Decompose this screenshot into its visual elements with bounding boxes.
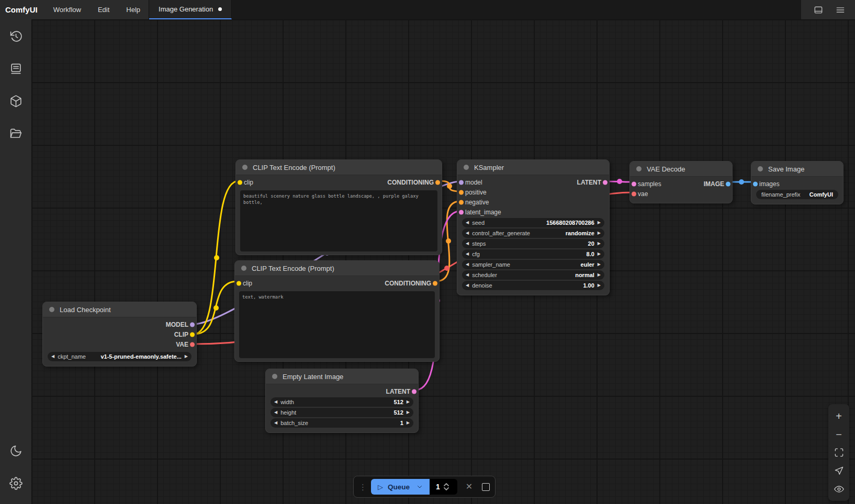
combo-next-icon[interactable]: ▶: [598, 273, 601, 277]
node-header[interactable]: Load Checkpoint: [43, 302, 196, 317]
stop-icon[interactable]: [482, 483, 490, 491]
output-dot-latent[interactable]: [412, 389, 417, 394]
output-dot-latent[interactable]: [603, 180, 608, 185]
app-logo[interactable]: ComfyUI: [0, 0, 45, 19]
node-empty-latent-image[interactable]: Empty Latent Image LATENT ◀ width 512 ▶ …: [265, 369, 419, 433]
combo-next-icon[interactable]: ▶: [598, 262, 601, 267]
node-header[interactable]: VAE Decode: [630, 162, 732, 177]
decrement-icon[interactable]: ◀: [466, 252, 469, 256]
collapse-dot-icon[interactable]: [464, 165, 469, 170]
node-ksampler[interactable]: KSampler model LATENT positive negative …: [457, 159, 610, 295]
collapse-dot-icon[interactable]: [758, 166, 763, 171]
collapse-dot-icon[interactable]: [241, 266, 246, 271]
node-clip-text-encode-positive[interactable]: CLIP Text Encode (Prompt) clip CONDITION…: [235, 159, 442, 255]
combo-prev-icon[interactable]: ◀: [51, 354, 54, 359]
input-dot-images[interactable]: [753, 181, 758, 186]
input-dot-clip[interactable]: [238, 180, 242, 185]
zoom-in-button[interactable]: +: [828, 408, 849, 423]
widget-steps[interactable]: ◀ steps 20 ▶: [462, 239, 604, 248]
bottom-panel-toggle-icon[interactable]: [813, 5, 824, 15]
fit-view-button[interactable]: [828, 445, 849, 460]
queue-log-icon[interactable]: [9, 62, 22, 75]
collapse-dot-icon[interactable]: [242, 165, 248, 170]
decrement-icon[interactable]: ◀: [466, 283, 469, 288]
collapse-dot-icon[interactable]: [636, 166, 642, 171]
history-icon[interactable]: [9, 30, 22, 43]
node-header[interactable]: Empty Latent Image: [266, 369, 418, 384]
output-dot-image[interactable]: [726, 181, 730, 186]
menu-workflow[interactable]: Workflow: [45, 0, 89, 19]
output-dot-conditioning[interactable]: [435, 180, 440, 185]
node-header[interactable]: CLIP Text Encode (Prompt): [235, 261, 439, 276]
widget-width[interactable]: ◀ width 512 ▶: [271, 397, 413, 407]
prompt-text-area[interactable]: beautiful scenery nature glass bottle la…: [240, 190, 437, 251]
collapse-dot-icon[interactable]: [272, 374, 277, 379]
input-dot-clip[interactable]: [237, 281, 241, 285]
spinner-up-icon[interactable]: [444, 483, 449, 486]
increment-icon[interactable]: ▶: [407, 400, 410, 404]
menu-help[interactable]: Help: [118, 0, 149, 19]
decrement-icon[interactable]: ◀: [466, 221, 469, 225]
combo-next-icon[interactable]: ▶: [185, 354, 188, 359]
settings-gear-icon[interactable]: [9, 477, 22, 490]
node-header[interactable]: Save Image: [751, 162, 843, 177]
node-vae-decode[interactable]: VAE Decode samples IMAGE vae: [629, 161, 733, 203]
combo-prev-icon[interactable]: ◀: [466, 231, 469, 235]
decrement-icon[interactable]: ◀: [466, 242, 469, 246]
node-header[interactable]: CLIP Text Encode (Prompt): [236, 160, 442, 175]
increment-icon[interactable]: ▶: [598, 252, 601, 256]
increment-icon[interactable]: ▶: [598, 242, 601, 246]
drag-handle-icon[interactable]: ⋮: [359, 483, 367, 491]
queue-button[interactable]: ▷ Queue: [371, 479, 430, 495]
node-clip-text-encode-negative[interactable]: CLIP Text Encode (Prompt) clip CONDITION…: [234, 260, 440, 362]
increment-icon[interactable]: ▶: [407, 421, 410, 425]
input-dot-model[interactable]: [459, 180, 464, 185]
output-dot-conditioning[interactable]: [433, 281, 437, 285]
widget-batch-size[interactable]: ◀ batch_size 1 ▶: [271, 418, 413, 428]
node-header[interactable]: KSampler: [457, 160, 609, 175]
node-save-image[interactable]: Save Image images filename_prefix ComfyU…: [751, 161, 843, 204]
zoom-out-button[interactable]: −: [828, 427, 849, 442]
hamburger-menu-icon[interactable]: [835, 5, 846, 15]
output-dot-model[interactable]: [190, 322, 195, 327]
chevron-down-icon[interactable]: [417, 484, 423, 490]
widget-scheduler[interactable]: ◀ scheduler normal ▶: [462, 270, 604, 280]
widget-sampler-name[interactable]: ◀ sampler_name euler ▶: [462, 260, 604, 269]
toggle-link-visibility-button[interactable]: [828, 482, 849, 497]
input-dot-vae[interactable]: [632, 191, 636, 196]
batch-count-input[interactable]: 1: [430, 479, 457, 495]
count-spinner[interactable]: [444, 483, 449, 490]
widget-ckpt-name[interactable]: ◀ ckpt_name v1-5-pruned-emaonly.safete..…: [48, 352, 192, 361]
increment-icon[interactable]: ▶: [598, 283, 601, 288]
input-dot-negative[interactable]: [459, 200, 464, 204]
widget-control-after-generate[interactable]: ◀ control_after_generate randomize ▶: [462, 228, 604, 238]
widget-seed[interactable]: ◀ seed 156680208700286 ▶: [462, 218, 604, 227]
input-dot-latent-image[interactable]: [459, 210, 464, 214]
output-dot-clip[interactable]: [190, 332, 195, 337]
output-dot-vae[interactable]: [190, 342, 195, 347]
increment-icon[interactable]: ▶: [407, 410, 410, 415]
widget-cfg[interactable]: ◀ cfg 8.0 ▶: [462, 249, 604, 259]
increment-icon[interactable]: ▶: [598, 221, 601, 225]
decrement-icon[interactable]: ◀: [274, 421, 277, 425]
widget-filename-prefix[interactable]: filename_prefix ComfyUI: [756, 190, 838, 199]
theme-toggle-moon-icon[interactable]: [9, 444, 22, 457]
collapse-dot-icon[interactable]: [49, 307, 54, 312]
combo-prev-icon[interactable]: ◀: [466, 273, 469, 277]
node-load-checkpoint[interactable]: Load Checkpoint MODEL CLIP VAE ◀ ckpt_na…: [42, 302, 197, 366]
widget-height[interactable]: ◀ height 512 ▶: [271, 408, 413, 417]
combo-prev-icon[interactable]: ◀: [466, 262, 469, 267]
decrement-icon[interactable]: ◀: [274, 400, 277, 404]
widget-denoise[interactable]: ◀ denoise 1.00 ▶: [462, 281, 604, 290]
menu-edit[interactable]: Edit: [89, 0, 118, 19]
prompt-text-area[interactable]: text, watermark: [239, 291, 435, 358]
combo-next-icon[interactable]: ▶: [598, 231, 601, 235]
decrement-icon[interactable]: ◀: [274, 410, 277, 415]
clear-queue-icon[interactable]: ✕: [466, 483, 473, 491]
workflows-folder-icon[interactable]: [9, 127, 22, 140]
node-graph-canvas[interactable]: [31, 19, 855, 504]
input-dot-positive[interactable]: [459, 190, 464, 194]
tab-image-generation[interactable]: Image Generation: [149, 0, 232, 19]
select-mode-button[interactable]: [828, 463, 849, 478]
model-library-icon[interactable]: [9, 95, 22, 108]
